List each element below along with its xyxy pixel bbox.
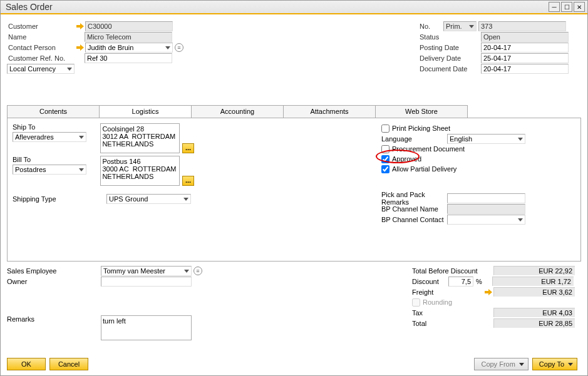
currency-select[interactable]: Local Currency <box>7 64 75 74</box>
freight-label: Freight <box>412 288 484 296</box>
print-picking-checkbox[interactable]: Print Picking Sheet <box>381 123 575 133</box>
bp-channel-contact-select[interactable] <box>447 215 525 225</box>
tab-contents[interactable]: Contents <box>7 105 100 118</box>
document-date-label: Document Date <box>418 65 481 73</box>
sales-employee-select[interactable]: Tommy van Meester <box>101 266 192 276</box>
no-series-select[interactable]: Prim. <box>443 21 477 31</box>
contact-person-select[interactable]: Judith de Bruin <box>85 43 173 53</box>
tab-webstore[interactable]: Web Store <box>375 105 468 118</box>
remarks-field[interactable] <box>101 315 192 340</box>
close-button[interactable]: ✕ <box>574 2 585 12</box>
language-label: Language <box>381 135 447 143</box>
contact-person-label: Contact Person <box>7 44 76 51</box>
sales-order-window: Sales Order ─ ☐ ✕ Customer C30000 Name M… <box>0 0 588 376</box>
total-before-label: Total Before Discount <box>412 267 493 275</box>
delivery-date-label: Delivery Date <box>418 54 481 62</box>
minimize-button[interactable]: ─ <box>549 2 560 12</box>
status-field: Open <box>481 32 569 42</box>
freight-value: EUR 3,62 <box>493 287 575 297</box>
bp-channel-contact-label: BP Channel Contact <box>381 216 447 223</box>
no-field[interactable]: 373 <box>478 21 566 31</box>
owner-label: Owner <box>7 278 101 285</box>
freight-link-icon[interactable] <box>484 288 493 297</box>
posting-date-field[interactable]: 20-04-17 <box>481 43 569 53</box>
salesemp-info-icon[interactable]: ≡ <box>193 267 202 275</box>
sales-employee-label: Sales Employee <box>7 267 101 275</box>
shipto-type-select[interactable]: Afleveradres <box>13 132 86 142</box>
delivery-date-field[interactable]: 25-04-17 <box>481 53 569 63</box>
discount-pct-field[interactable]: 7,5 <box>448 277 473 287</box>
billto-browse-button[interactable]: ... <box>182 176 194 186</box>
billto-label: Bill To <box>13 156 100 163</box>
shipto-label: Ship To <box>13 123 100 131</box>
pickpack-field[interactable] <box>447 193 525 203</box>
discount-value: EUR 1,72 <box>492 277 574 286</box>
no-label: No. <box>418 23 443 30</box>
billto-address[interactable] <box>100 156 180 186</box>
total-value: EUR 28,85 <box>493 318 575 328</box>
customer-link-icon[interactable] <box>76 22 85 31</box>
contact-info-icon[interactable]: ≡ <box>175 43 183 52</box>
window-title: Sales Order <box>3 2 547 12</box>
tax-value: EUR 4,03 <box>493 308 575 317</box>
customer-ref-field[interactable]: Ref 30 <box>85 53 172 63</box>
discount-label: Discount <box>412 278 448 285</box>
total-label: Total <box>412 320 493 327</box>
tab-strip: Contents Logistics Accounting Attachment… <box>7 105 587 118</box>
name-label: Name <box>7 33 76 41</box>
partial-delivery-checkbox[interactable]: Allow Partial Delivery <box>381 164 575 174</box>
ok-button[interactable]: OK <box>7 358 46 370</box>
posting-date-label: Posting Date <box>418 44 481 51</box>
total-before-value: EUR 22,92 <box>493 266 575 275</box>
customer-label: Customer <box>7 23 76 30</box>
language-select[interactable]: English <box>447 134 525 144</box>
tax-label: Tax <box>412 309 493 317</box>
bp-channel-name-field <box>447 204 525 214</box>
customer-field[interactable]: C30000 <box>85 21 173 31</box>
pickpack-label: Pick and Pack Remarks <box>381 191 447 206</box>
shipping-type-label: Shipping Type <box>13 195 106 203</box>
logistics-panel: Ship To Afleveradres ... Bill To Postadr… <box>7 118 581 262</box>
bp-channel-name-label: BP Channel Name <box>381 205 447 213</box>
pct-label: % <box>473 278 492 285</box>
remarks-label: Remarks <box>7 315 101 340</box>
title-bar: Sales Order ─ ☐ ✕ <box>1 1 587 14</box>
copy-to-button[interactable]: Copy To <box>532 358 577 370</box>
tab-attachments[interactable]: Attachments <box>283 105 376 118</box>
status-label: Status <box>418 33 481 41</box>
maximize-button[interactable]: ☐ <box>561 2 572 12</box>
shipto-address[interactable] <box>100 123 180 153</box>
tab-logistics[interactable]: Logistics <box>99 105 192 118</box>
rounding-checkbox <box>412 298 420 307</box>
shipto-browse-button[interactable]: ... <box>182 143 194 153</box>
customer-ref-label: Customer Ref. No. <box>7 54 76 62</box>
shipping-type-select[interactable]: UPS Ground <box>106 194 191 204</box>
billto-type-select[interactable]: Postadres <box>13 165 86 175</box>
procurement-checkbox[interactable]: Procurement Document <box>381 144 575 154</box>
rounding-label: Rounding <box>423 298 452 306</box>
owner-field[interactable] <box>101 277 192 287</box>
contact-link-icon[interactable] <box>76 43 85 52</box>
cancel-button[interactable]: Cancel <box>49 358 88 370</box>
document-date-field[interactable]: 20-04-17 <box>481 64 569 74</box>
copy-from-button[interactable]: Copy From <box>474 358 528 370</box>
tab-accounting[interactable]: Accounting <box>191 105 284 118</box>
name-field[interactable]: Micro Telecom <box>85 32 172 42</box>
approved-checkbox[interactable]: Approved <box>381 154 575 164</box>
